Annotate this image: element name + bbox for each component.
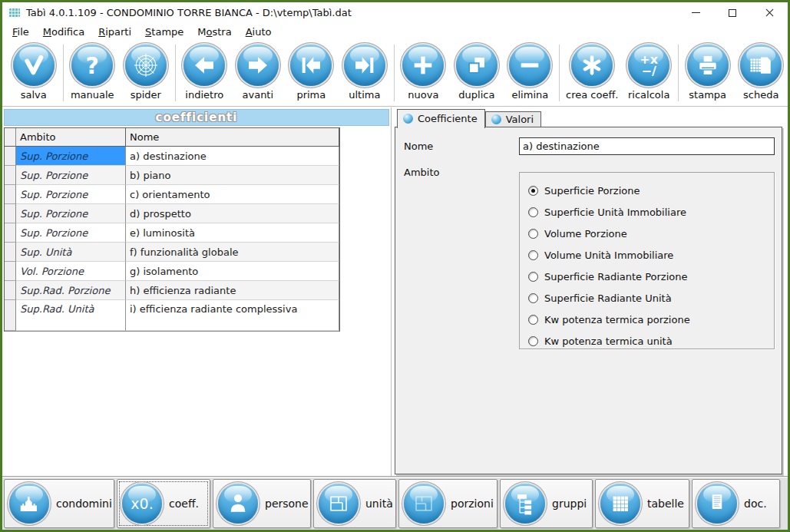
ambito-option[interactable]: Superficie Porzione — [528, 180, 774, 201]
column-header-ambito[interactable]: Ambito — [16, 128, 126, 147]
recalc-icon: +x −/ — [640, 54, 658, 77]
table-row[interactable]: Sup. Porzione c) orientamento — [5, 185, 339, 204]
row-selector-cell[interactable] — [5, 262, 16, 281]
nome-cell[interactable]: g) isolamento — [126, 262, 339, 281]
row-selector-cell[interactable] — [5, 185, 16, 204]
toolbar-button-scheda[interactable]: scheda — [734, 45, 788, 101]
table-row[interactable]: Sup. Porzione e) luminosità — [5, 223, 339, 243]
row-selector-cell[interactable] — [5, 166, 16, 185]
tab-coefficiente[interactable]: Coefficiente — [397, 109, 485, 128]
toolbar-button-indietro[interactable]: indietro — [178, 45, 232, 101]
ambito-cell[interactable]: Sup. Porzione — [16, 166, 126, 185]
menu-item-modifica[interactable]: Modifica — [36, 25, 91, 39]
ambito-radio[interactable] — [528, 293, 538, 303]
ambito-cell[interactable]: Sup. Porzione — [16, 147, 126, 166]
ambito-option[interactable]: Kw potenza termica porzione — [528, 309, 774, 330]
toolbar-button-spider[interactable]: spider — [119, 45, 173, 101]
table-row[interactable]: Vol. Porzione g) isolamento — [5, 262, 339, 281]
row-selector-cell[interactable] — [5, 223, 16, 243]
table-row[interactable]: Sup. Porzione b) piano — [5, 166, 339, 185]
last-record-icon — [352, 53, 377, 78]
row-selector-cell[interactable] — [5, 243, 16, 262]
ambito-cell[interactable]: Sup. Unità — [16, 243, 126, 262]
ambito-radio[interactable] — [528, 229, 538, 239]
ambito-option[interactable]: Volume Unità Immobiliare — [528, 244, 774, 266]
nome-cell[interactable]: c) orientamento — [126, 185, 339, 204]
nome-cell[interactable]: i) efficienza radiante complessiva — [126, 300, 339, 331]
ambito-option[interactable]: Kw potenza termica unità — [528, 330, 774, 352]
nome-cell[interactable]: b) piano — [126, 166, 339, 185]
toolbar-button-ricalcola[interactable]: +x −/ ricalcola — [622, 45, 676, 101]
ambito-radio[interactable] — [528, 315, 538, 325]
ambito-radio[interactable] — [528, 186, 538, 196]
toolbar-button-ultima[interactable]: ultima — [338, 45, 392, 101]
bottom-button-condomini[interactable]: condomini — [4, 479, 114, 528]
toolbar-button-nuova[interactable]: nuova — [397, 45, 451, 101]
ambito-option[interactable]: Superficie Radiante Porzione — [528, 266, 774, 287]
toolbar-button-manuale[interactable]: ? manuale — [66, 45, 120, 101]
row-selector-cell[interactable] — [5, 300, 16, 331]
ambito-radio[interactable] — [528, 207, 538, 217]
column-header-nome[interactable]: Nome — [126, 128, 339, 147]
coefficient-form: Nome Ambito Superficie Porzione Superfic… — [395, 127, 782, 474]
ambito-option[interactable]: Superficie Unità Immobiliare — [528, 201, 774, 223]
table-row[interactable]: Sup.Rad. Unità i) efficienza radiante co… — [5, 300, 339, 331]
row-selector-cell[interactable] — [5, 147, 16, 166]
toolbar-button-stampa[interactable]: stampa — [681, 45, 735, 101]
ambito-option[interactable]: Volume Porzione — [528, 223, 774, 244]
toolbar-button-duplica[interactable]: duplica — [450, 45, 504, 101]
table-row[interactable]: Sup. Unità f) funzionalità globale — [5, 243, 339, 262]
menu-item-mostra[interactable]: Mostra — [190, 25, 238, 39]
table-row[interactable]: Sup.Rad. Porzione h) efficienza radiante — [5, 281, 339, 300]
toolbar-button-crea-coeff[interactable]: crea coeff. — [562, 45, 622, 101]
nome-cell[interactable]: e) luminosità — [126, 223, 339, 243]
ambito-option-label: Kw potenza termica unità — [544, 335, 673, 347]
panel-title: coefficienti — [4, 109, 389, 126]
toolbar-separator — [175, 45, 176, 101]
menu-item-file[interactable]: File — [5, 25, 36, 39]
ambito-radio[interactable] — [528, 250, 538, 260]
row-selector-cell[interactable] — [5, 204, 16, 223]
nome-input[interactable] — [519, 137, 775, 155]
menu-item-riparti[interactable]: Riparti — [91, 25, 138, 39]
ambito-cell[interactable]: Sup. Porzione — [16, 185, 126, 204]
ambito-cell[interactable]: Vol. Porzione — [16, 262, 126, 281]
bottom-button-coeff[interactable]: x0. coeff. — [117, 479, 210, 528]
toolbar-button-avanti[interactable]: avanti — [231, 45, 285, 101]
bottom-button-porzioni[interactable]: porzioni — [398, 479, 497, 528]
ambito-cell[interactable]: Sup.Rad. Porzione — [16, 281, 126, 300]
tab-valori[interactable]: Valori — [485, 111, 541, 127]
row-selector-cell[interactable] — [5, 281, 16, 300]
nome-cell[interactable]: d) prospetto — [126, 204, 339, 223]
menu-item-aiuto[interactable]: Aiuto — [239, 25, 279, 39]
nome-cell[interactable]: f) funzionalità globale — [126, 243, 339, 262]
ambito-cell[interactable]: Sup.Rad. Unità — [16, 300, 126, 331]
bottom-button-gruppi[interactable]: gruppi — [500, 479, 593, 528]
bottom-button-tabelle[interactable]: tabelle — [595, 479, 689, 528]
nome-cell[interactable]: h) efficienza radiante — [126, 281, 339, 300]
nome-cell[interactable]: a) destinazione — [126, 147, 339, 166]
table-row[interactable]: Sup. Porzione a) destinazione — [5, 147, 339, 166]
table-row[interactable]: Sup. Porzione d) prospetto — [5, 204, 339, 223]
bottom-button-doc[interactable]: doc. — [692, 479, 780, 528]
ambito-radio[interactable] — [528, 272, 538, 282]
minimize-button[interactable] — [677, 2, 714, 23]
building-icon — [18, 492, 41, 515]
toolbar-button-elimina[interactable]: elimina — [504, 45, 557, 101]
bottom-button-persone[interactable]: persone — [213, 479, 311, 528]
tree-icon — [514, 492, 537, 515]
toolbar-button-salva[interactable]: salva — [7, 45, 61, 101]
ambito-cell[interactable]: Sup. Porzione — [16, 223, 126, 243]
bottom-button-unita[interactable]: unità — [313, 479, 396, 528]
toolbar-button-prima[interactable]: prima — [285, 45, 339, 101]
ambito-cell[interactable]: Sup. Porzione — [16, 204, 126, 223]
ambito-radio[interactable] — [528, 336, 538, 346]
document-icon — [706, 492, 729, 515]
person-icon — [226, 492, 250, 515]
ambito-option[interactable]: Superficie Radiante Unità — [528, 287, 774, 309]
arrow-right-icon — [246, 53, 270, 78]
menu-item-stampe[interactable]: Stampe — [138, 25, 190, 39]
maximize-button[interactable] — [714, 2, 751, 23]
window-title: Tabì 4.0.1.109 - CONDOMINIO TORRE BIANCA… — [26, 7, 352, 18]
close-button[interactable] — [751, 2, 788, 23]
